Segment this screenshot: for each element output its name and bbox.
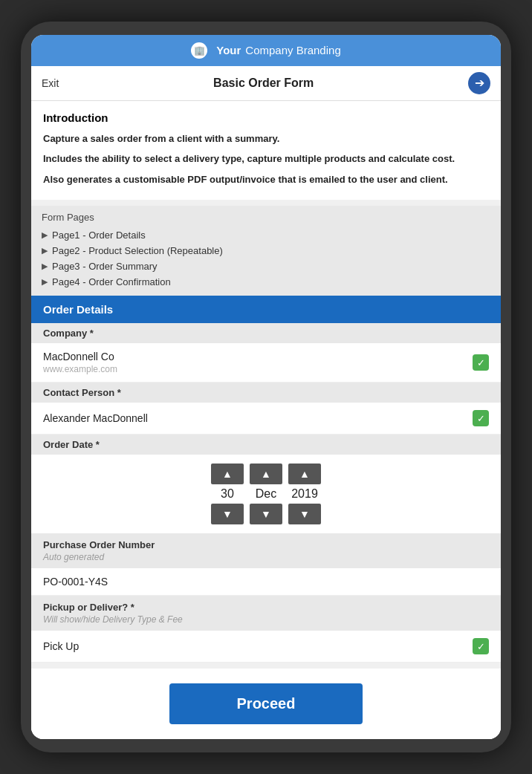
contact-label: Contact Person * xyxy=(31,383,501,403)
pickup-label: Pickup or Deliver? * xyxy=(43,602,489,613)
pickup-value-row[interactable]: Pick Up ✓ xyxy=(31,631,501,663)
company-value-row[interactable]: MacDonnell Co www.example.com ✓ xyxy=(31,343,501,383)
year-unit: ▲ 2019 ▼ xyxy=(288,464,321,524)
page4-label: Page4 - Order Confirmation xyxy=(52,276,171,287)
intro-title: Introduction xyxy=(43,111,489,124)
page3-label: Page3 - Order Summary xyxy=(52,261,158,272)
intro-line1: Capture a sales order from a client with… xyxy=(43,131,489,146)
page2-label: Page2 - Product Selection (Repeatable) xyxy=(52,245,223,256)
brand-rest: Company Branding xyxy=(245,44,340,56)
device-frame: 🏢 Your Company Branding Exit Basic Order… xyxy=(21,22,511,753)
po-value-row[interactable]: PO-0001-Y4S xyxy=(31,568,501,596)
page-title: Basic Order Form xyxy=(213,77,314,90)
order-date-label: Order Date * xyxy=(31,435,501,455)
contact-valid-icon: ✓ xyxy=(473,410,489,426)
proceed-container: Proceed xyxy=(31,669,501,739)
company-hint: www.example.com xyxy=(43,364,117,374)
company-valid-icon: ✓ xyxy=(473,354,489,371)
po-value: PO-0001-Y4S xyxy=(43,576,108,588)
day-up-button[interactable]: ▲ xyxy=(211,464,244,484)
month-up-button[interactable]: ▲ xyxy=(250,464,282,484)
form-pages-section: Form Pages ▶ Page1 - Order Details ▶ Pag… xyxy=(31,206,501,296)
pickup-hint: Will show/hide Delivery Type & Fee xyxy=(43,614,489,625)
year-down-button[interactable]: ▼ xyxy=(288,504,321,524)
page3-arrow: ▶ xyxy=(42,261,48,271)
pickup-valid-icon: ✓ xyxy=(473,638,489,654)
pickup-value: Pick Up xyxy=(43,640,79,652)
po-section: Purchase Order Number Auto generated xyxy=(31,533,501,568)
page1-label: Page1 - Order Details xyxy=(52,230,146,241)
day-unit: ▲ 30 ▼ xyxy=(211,464,244,524)
arrow-icon: ➔ xyxy=(475,76,484,90)
intro-line3: Also generates a customisable PDF output… xyxy=(43,172,489,187)
page4-arrow: ▶ xyxy=(42,277,48,287)
contact-value: Alexander MacDonnell xyxy=(43,412,148,424)
year-value: 2019 xyxy=(288,487,321,501)
month-unit: ▲ Dec ▼ xyxy=(250,464,282,524)
month-down-button[interactable]: ▼ xyxy=(250,504,282,524)
order-details-header: Order Details xyxy=(31,296,501,323)
po-label: Purchase Order Number xyxy=(43,539,489,550)
nav-bar: Exit Basic Order Form ➔ xyxy=(31,66,501,101)
content-area: Introduction Capture a sales order from … xyxy=(31,101,501,740)
company-label: Company * xyxy=(31,323,501,343)
screen: 🏢 Your Company Branding Exit Basic Order… xyxy=(31,35,501,740)
proceed-button[interactable]: Proceed xyxy=(169,683,363,724)
header-bar: 🏢 Your Company Branding xyxy=(31,35,501,66)
intro-line2: Includes the ability to select a deliver… xyxy=(43,152,489,166)
brand-bold: Your xyxy=(216,44,241,56)
month-value: Dec xyxy=(250,487,282,501)
form-page-item-4[interactable]: ▶ Page4 - Order Confirmation xyxy=(42,274,490,290)
page1-arrow: ▶ xyxy=(42,230,48,240)
form-page-item-2[interactable]: ▶ Page2 - Product Selection (Repeatable) xyxy=(42,243,490,258)
company-value: MacDonnell Co xyxy=(43,351,117,362)
page2-arrow: ▶ xyxy=(42,246,48,256)
form-page-item-3[interactable]: ▶ Page3 - Order Summary xyxy=(42,258,490,274)
day-value: 30 xyxy=(211,487,244,501)
brand-icon: 🏢 xyxy=(191,42,207,59)
pickup-section: Pickup or Deliver? * Will show/hide Deli… xyxy=(31,596,501,631)
intro-section: Introduction Capture a sales order from … xyxy=(31,101,501,201)
date-picker: ▲ 30 ▼ ▲ Dec ▼ ▲ 2019 ▼ xyxy=(31,455,501,533)
exit-button[interactable]: Exit xyxy=(42,77,59,89)
po-hint: Auto generated xyxy=(43,552,489,562)
next-arrow-button[interactable]: ➔ xyxy=(468,72,490,94)
form-page-item-1[interactable]: ▶ Page1 - Order Details xyxy=(42,227,490,243)
contact-value-row[interactable]: Alexander MacDonnell ✓ xyxy=(31,403,501,435)
year-up-button[interactable]: ▲ xyxy=(288,464,321,484)
form-pages-label: Form Pages xyxy=(42,212,490,223)
day-down-button[interactable]: ▼ xyxy=(211,504,244,524)
